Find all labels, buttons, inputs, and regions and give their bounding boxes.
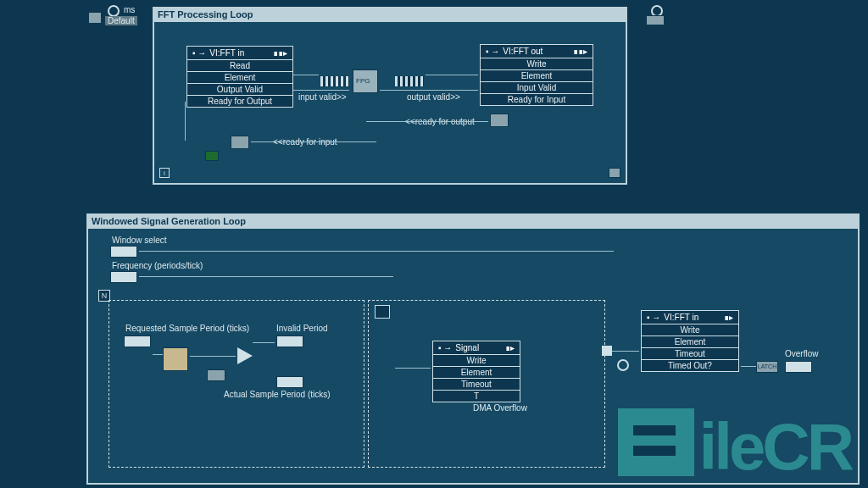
vi-fft-out-row-element: Element bbox=[481, 70, 593, 82]
latch-icon[interactable]: LATCH bbox=[756, 361, 778, 373]
wire-timer-cmp bbox=[190, 356, 236, 357]
stop-icon bbox=[646, 15, 665, 25]
whileloop-i: i bbox=[159, 168, 170, 178]
wire-sig-elem bbox=[395, 368, 431, 369]
whileloop-stop[interactable] bbox=[609, 168, 620, 178]
wire-freq bbox=[139, 276, 393, 277]
coerce-strip-left bbox=[320, 76, 349, 86]
signal-row-timeout: Timeout bbox=[433, 379, 520, 391]
requested-label: Requested Sample Period (ticks) bbox=[125, 324, 249, 333]
watermark-logo: ileCR bbox=[618, 408, 851, 476]
fftin-row-element: Element bbox=[642, 336, 738, 348]
sctl-right-clock bbox=[375, 305, 390, 319]
signal-fifo-node[interactable]: ▪ →Signal∎▸ Write Element Timeout T bbox=[432, 341, 520, 402]
fft-processing-loop-panel: FFT Processing Loop i ▪ →VI:FFT in∎∎▸ Re… bbox=[153, 7, 627, 185]
actual-label: Actual Sample Period (ticks) bbox=[224, 390, 331, 399]
actual-period-ind bbox=[276, 376, 303, 388]
input-valid-label: input valid>> bbox=[298, 92, 347, 102]
wire-ready-out bbox=[366, 121, 488, 122]
feedback-node-r-out[interactable] bbox=[490, 114, 509, 127]
watermark-text: ileCR bbox=[699, 417, 851, 476]
feedback-node-r-in[interactable] bbox=[231, 136, 249, 149]
signal-row-element: Element bbox=[433, 367, 520, 379]
frequency-ctrl[interactable] bbox=[110, 271, 137, 283]
windowed-panel-title: Windowed Signal Generation Loop bbox=[86, 214, 860, 229]
vi-fft-in-row-element: Element bbox=[187, 72, 292, 84]
vi-fft-out-row-input-valid: Input Valid bbox=[481, 82, 593, 94]
vi-fft-out-row-write: Write bbox=[481, 58, 593, 70]
wire-tunnel-fft bbox=[612, 351, 639, 352]
vi-fft-in-node[interactable]: ▪ →VI:FFT in∎∎▸ Read Element Output Vali… bbox=[186, 46, 293, 108]
wire-out-element bbox=[426, 75, 478, 75]
fpga-center-node[interactable] bbox=[353, 69, 378, 93]
wire-timedout bbox=[741, 366, 756, 367]
wire-ready-in bbox=[251, 141, 376, 142]
vi-fft-out-row-ready: Ready for Input bbox=[481, 94, 593, 105]
vi-fft-in-row-read: Read bbox=[187, 60, 292, 72]
wire-element bbox=[293, 75, 319, 75]
delay-node[interactable] bbox=[207, 369, 225, 381]
signal-row-t: T bbox=[433, 391, 520, 402]
wire-req-timer bbox=[153, 354, 163, 355]
invalid-period-ind bbox=[276, 336, 303, 347]
wire-cmp-inv bbox=[253, 342, 275, 343]
vi-fft-in-row-ready: Ready for Output bbox=[187, 96, 292, 107]
overflow-label: Overflow bbox=[785, 349, 818, 358]
watermark-f-icon bbox=[618, 408, 694, 476]
fft-panel-title: FFT Processing Loop bbox=[153, 7, 627, 22]
wire-input-valid bbox=[293, 90, 349, 91]
vi-fft-in-right-node[interactable]: ▪ →VI:FFT in∎▸ Write Element Timeout Tim… bbox=[641, 310, 739, 372]
signal-row-write: Write bbox=[433, 355, 520, 367]
coerce-strip-right bbox=[395, 76, 424, 86]
fftin-row-timedout: Timed Out? bbox=[642, 360, 738, 371]
case-selector bbox=[617, 359, 629, 371]
chart-icon bbox=[88, 12, 102, 24]
vi-fft-out-node[interactable]: ▪ →VI:FFT out∎∎▸ Write Element Input Val… bbox=[480, 44, 593, 106]
signal-fifo-header: ▪ →Signal∎▸ bbox=[433, 341, 520, 355]
neq-compare[interactable] bbox=[237, 347, 253, 364]
window-select-ctrl[interactable] bbox=[110, 246, 137, 258]
dma-overflow-label: DMA Overflow bbox=[473, 403, 527, 413]
output-valid-label: output valid>> bbox=[407, 92, 460, 102]
vi-fft-in-right-header: ▪ →VI:FFT in∎▸ bbox=[642, 311, 738, 324]
wire-winsel bbox=[139, 251, 614, 252]
fftin-row-timeout: Timeout bbox=[642, 348, 738, 360]
tunnel-out bbox=[602, 346, 612, 356]
window-select-label: Window select bbox=[112, 236, 166, 245]
requested-ctrl[interactable] bbox=[124, 336, 151, 347]
vi-fft-in-header: ▪ →VI:FFT in∎∎▸ bbox=[187, 47, 292, 60]
invalid-period-label: Invalid Period bbox=[276, 324, 328, 333]
overflow-ind bbox=[785, 361, 812, 373]
bool-const-fft[interactable] bbox=[205, 151, 219, 161]
top-default-label: Default bbox=[105, 16, 137, 25]
wire-output-valid bbox=[380, 90, 478, 91]
wire-ready-in-up bbox=[185, 102, 186, 141]
vi-fft-in-row-output-valid: Output Valid bbox=[187, 84, 292, 96]
loop-timer-icon[interactable] bbox=[163, 347, 188, 371]
vi-fft-out-header: ▪ →VI:FFT out∎∎▸ bbox=[481, 45, 593, 58]
frequency-label: Frequency (periods/tick) bbox=[112, 261, 203, 270]
top-ms-label: ms bbox=[124, 5, 135, 14]
chart-terminal bbox=[108, 5, 120, 17]
fftin-row-write: Write bbox=[642, 324, 738, 336]
